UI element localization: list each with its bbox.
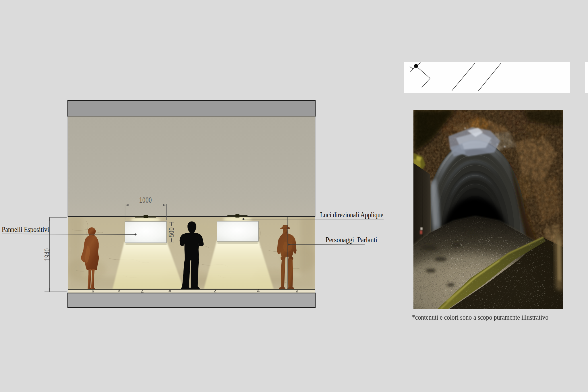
svg-text:1000: 1000 [139,196,152,204]
svg-text:500: 500 [167,227,175,237]
svg-text:Pannelli Espositivi: Pannelli Espositivi [2,226,49,233]
svg-text:1940: 1940 [43,248,51,261]
svg-text:Luci direzionali Applique: Luci direzionali Applique [320,211,383,219]
svg-text:Personaggi Parlanti: Personaggi Parlanti [326,236,377,244]
